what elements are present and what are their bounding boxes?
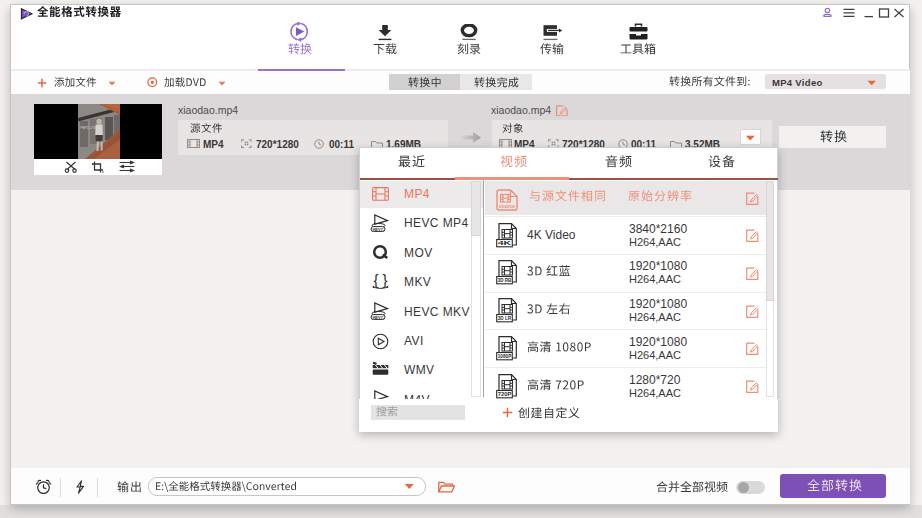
svg-text:FBPD-178: FBPD-178 [81, 126, 96, 130]
svg-text:HEVC: HEVC [372, 226, 383, 231]
svg-text:3D LR: 3D LR [498, 315, 512, 321]
svg-text:source: source [499, 203, 515, 209]
svg-text:4K: 4K [498, 240, 512, 246]
svg-text:{ }: { } [373, 271, 387, 288]
svg-text:720P: 720P [498, 391, 512, 397]
svg-text:3D RB: 3D RB [498, 278, 512, 284]
svg-text:HEVC: HEVC [372, 315, 383, 320]
svg-text:1080P: 1080P [498, 353, 512, 359]
